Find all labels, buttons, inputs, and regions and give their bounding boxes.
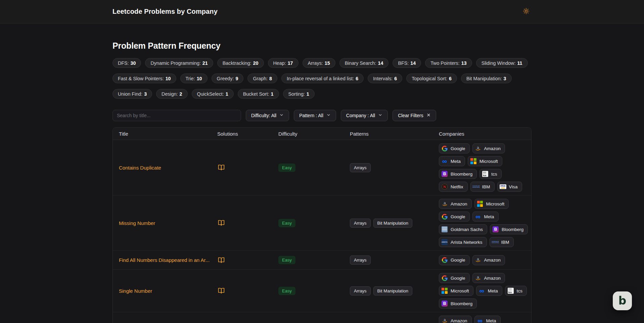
company-chip: IBMIBM [490,237,514,247]
svg-text:a: a [477,275,479,280]
pattern-frequency-chip[interactable]: In-place reversal of a linked list: 6 [281,74,364,83]
pattern-frequency-chip[interactable]: Greedy: 9 [212,74,244,83]
page-title: Problem Pattern Frequency [112,41,532,51]
meta-logo-icon: ∞ [478,287,485,294]
pattern-tag: Arrays [350,219,371,228]
pattern-frequency-chip[interactable]: Topological Sort: 6 [406,74,457,83]
problem-title-link[interactable]: Missing Number [119,220,210,226]
microsoft-logo-icon [470,158,477,165]
table-row: Single NumberEasyArraysBit ManipulationG… [113,270,531,312]
theme-toggle-button[interactable] [521,6,532,17]
company-chip: aAmazon [439,199,472,209]
problem-title-link[interactable]: Contains Duplicate [119,165,210,171]
difficulty-filter-dropdown[interactable]: Difficulty: All [246,110,289,121]
company-chip: BBloomberg [490,224,528,234]
svg-text:a: a [444,318,446,322]
company-filter-dropdown[interactable]: Company : All [341,110,388,121]
company-chip: aAmazon [472,255,505,265]
pattern-frequency-chip[interactable]: Graph: 8 [247,74,277,83]
company-chip: Google [439,143,470,153]
company-chip-label: Google [451,146,465,151]
company-chip-label: Amazon [451,201,467,206]
solution-book-icon[interactable] [217,164,225,172]
pattern-frequency-chip[interactable]: Dynamic Programming: 21 [145,58,213,68]
meta-logo-icon: ∞ [441,158,448,165]
pattern-frequency-chip[interactable]: Two Pointers: 13 [425,58,472,68]
company-chip: aAmazon [472,273,505,283]
chevron-down-icon [326,113,331,118]
difficulty-badge: Easy [278,256,295,264]
amazon-logo-icon: a [475,275,481,281]
company-chip: Microsoft [474,199,509,209]
company-chip: ARISTAArista Networks [439,237,487,247]
arista-networks-logo-icon: ARISTA [441,239,448,245]
pattern-frequency-chip[interactable]: Backtracking: 20 [217,58,264,68]
company-chip-label: Google [451,214,465,219]
amazon-logo-icon: a [441,317,448,323]
filter-bar: Difficulty: All Pattern : All Company : … [112,110,532,121]
clear-filters-button[interactable]: Clear Filters [393,110,436,121]
ibm-logo-icon: IBM [492,239,499,245]
pattern-frequency-chip[interactable]: Bucket Sort: 1 [238,89,279,99]
bolt-badge[interactable]: b [613,291,632,310]
company-chip-label: Google [451,276,465,281]
company-chip: aAmazon [439,316,472,323]
pattern-frequency-chip[interactable]: Arrays: 15 [303,58,335,68]
pattern-frequency-chip[interactable]: Sliding Window: 11 [476,58,528,68]
search-input[interactable] [112,110,241,121]
company-chip-label: IBM [482,184,490,189]
pattern-frequency-chip[interactable]: Design: 2 [156,89,187,99]
microsoft-logo-icon [477,200,484,207]
difficulty-badge: Easy [278,219,295,227]
company-chip: BBloomberg [439,298,477,309]
pattern-frequency-chips: DFS: 30Dynamic Programming: 21Backtracki… [112,58,532,99]
meta-logo-icon: ∞ [477,317,484,323]
pattern-tag: Arrays [350,286,371,295]
column-header-patterns: Patterns [344,131,433,137]
pattern-tag: Bit Manipulation [373,286,413,295]
company-chip: tcstcs [505,286,527,296]
pattern-frequency-chip[interactable]: Fast & Slow Pointers: 10 [112,74,176,83]
company-chip: IBMIBM [470,182,495,192]
pattern-frequency-chip[interactable]: BFS: 14 [393,58,421,68]
meta-logo-icon: ∞ [475,213,481,220]
company-chip-label: IBM [501,240,509,245]
app-title: Leetcode Problems by Company [112,8,218,15]
pattern-frequency-chip[interactable]: Sorting: 1 [283,89,315,99]
pattern-frequency-chip[interactable]: DFS: 30 [112,58,141,68]
chevron-down-icon [279,113,284,118]
solution-book-icon[interactable] [217,287,225,295]
pattern-frequency-chip[interactable]: QuickSelect: 1 [192,89,234,99]
company-chip-label: Meta [486,318,496,323]
pattern-frequency-chip[interactable]: Bit Manipulation: 3 [461,74,512,83]
tcs-logo-icon: tcs [482,171,489,177]
table-row: Missing NumberEasyArraysBit Manipulation… [113,195,531,251]
solution-book-icon[interactable] [217,256,225,264]
pattern-frequency-chip[interactable]: Union Find: 3 [112,89,152,99]
microsoft-logo-icon [441,287,448,294]
pattern-tag: Arrays [350,163,371,172]
company-chip-label: Microsoft [486,201,505,206]
problem-title-link[interactable]: Single Number [119,288,210,294]
pattern-filter-dropdown[interactable]: Pattern : All [294,110,336,121]
company-chip: tcstcs [479,169,501,179]
chevron-down-icon [378,113,382,118]
problem-title-link[interactable]: Find All Numbers Disappeared in an Ar... [119,257,210,263]
pattern-frequency-chip[interactable]: Intervals: 6 [368,74,402,83]
google-logo-icon [441,275,448,281]
solution-book-icon[interactable] [217,219,225,227]
company-chip: BBloomberg [439,169,477,179]
google-logo-icon [441,213,448,220]
company-chip: aAmazon [472,143,505,153]
visa-logo-icon: VISA [500,183,506,190]
pattern-tag: Arrays [350,256,371,265]
pattern-frequency-chip[interactable]: Trie: 10 [180,74,208,83]
company-chip-label: Bloomberg [451,172,472,177]
pattern-frequency-chip[interactable]: Binary Search: 14 [339,58,389,68]
company-chip: Microsoft [468,156,502,166]
company-chip-label: Google [451,258,465,263]
company-chip-label: Microsoft [479,159,498,164]
company-chip: ∞Meta [439,156,465,166]
company-chip: Google [439,212,470,222]
pattern-frequency-chip[interactable]: Heap: 17 [268,58,298,68]
